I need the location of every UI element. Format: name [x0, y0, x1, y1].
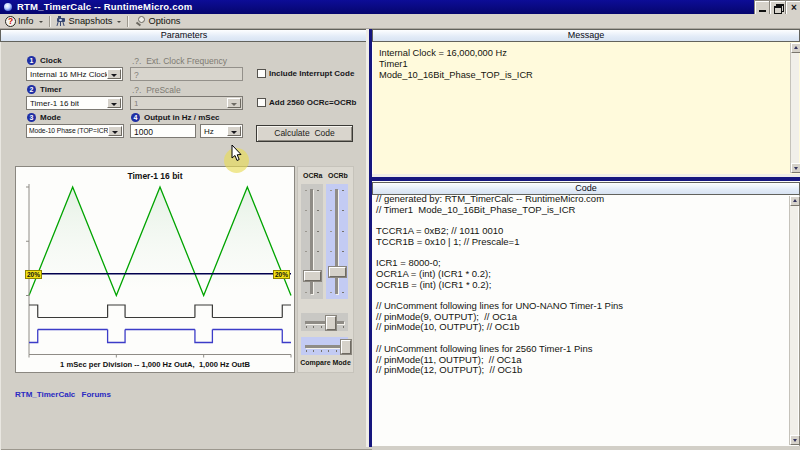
slider-ticks — [306, 350, 344, 352]
info-dropdown-icon — [39, 21, 43, 23]
ocra-slider[interactable] — [301, 184, 323, 299]
message-scrollbar[interactable] — [790, 43, 799, 173]
horizontal-splitter-edge — [372, 181, 800, 182]
code-panel: // generated by: RTM_TimerCalc -- Runtim… — [372, 195, 799, 446]
step3-badge: 3 — [27, 113, 36, 122]
menu-separator — [127, 16, 129, 27]
message-panel: Internal Clock = 16,000,000 Hz Timer1 Mo… — [372, 42, 800, 174]
compare-mode-label: Compare Mode — [298, 359, 353, 366]
menu-options[interactable]: Options — [131, 14, 184, 29]
compare-a-slider-thumb[interactable] — [326, 316, 336, 330]
arrow-down-icon — [794, 167, 798, 170]
prescale-label: .?. PreScale — [132, 85, 181, 95]
app-link[interactable]: RTM_TimerCalc — [15, 390, 75, 399]
ocrb-slider-thumb[interactable] — [329, 267, 346, 277]
app-window: RTM_TimerCalc -- RuntimeMicro.com × ? In… — [0, 0, 800, 450]
include-interrupt-label: Include Interrupt Code — [269, 69, 354, 78]
scroll-down-button[interactable] — [790, 435, 800, 445]
close-button[interactable]: × — [786, 1, 800, 15]
output-label: Output in Hz / mSec — [144, 113, 220, 122]
add-2560-label: Add 2560 OCRc=OCRb — [269, 98, 356, 107]
menu-info[interactable]: ? Info — [1, 14, 47, 29]
step1-badge: 1 — [27, 56, 36, 65]
message-header: Message — [372, 29, 800, 42]
window-title: RTM_TimerCalc -- RuntimeMicro.com — [17, 1, 192, 12]
forums-link[interactable]: Forums — [82, 390, 111, 399]
ocra-label: OCRa — [303, 172, 322, 179]
minimize-icon — [759, 10, 766, 12]
timer-label: Timer — [40, 85, 62, 94]
timer-select[interactable]: Timer-1 16 bit — [26, 96, 123, 110]
include-interrupt-checkbox[interactable] — [257, 69, 266, 78]
title-bar: RTM_TimerCalc -- RuntimeMicro.com × — [0, 0, 800, 14]
close-icon: × — [787, 2, 800, 14]
ocr-badge-right: 20% — [273, 270, 290, 279]
ext-freq-input: ? — [130, 67, 243, 81]
slider-ticks — [306, 326, 344, 328]
code-scrollbar[interactable] — [789, 196, 798, 445]
menu-snapshots[interactable]: Snapshots — [53, 14, 126, 29]
waveform-plot — [16, 167, 294, 372]
magnifier-icon — [135, 16, 146, 27]
clock-label: Clock — [40, 56, 62, 65]
step2-badge: 2 — [27, 85, 36, 94]
ocr-badge-left: 20% — [25, 270, 42, 279]
arrow-up-icon — [793, 199, 797, 202]
output-unit-select[interactable]: Hz — [200, 124, 243, 138]
arrow-down-icon — [793, 439, 797, 442]
parameters-header: Parameters — [0, 29, 368, 42]
menu-bar: ? Info Snapshots Options — [0, 14, 800, 29]
mode-select[interactable]: Mode-10 Phase (TOP=ICR) — [26, 124, 124, 138]
dropdown-arrow-icon[interactable] — [107, 98, 121, 108]
ext-freq-label: .?. Ext. Clock Frequency — [132, 56, 227, 66]
slider-ticks — [342, 190, 344, 293]
compare-b-slider[interactable] — [301, 337, 348, 355]
clock-select[interactable]: Internal 16 MHz Clock — [26, 67, 123, 81]
scroll-up-button[interactable] — [790, 196, 800, 206]
dropdown-arrow-icon — [227, 98, 241, 108]
help-icon: ? — [5, 16, 16, 27]
dropdown-arrow-icon[interactable] — [108, 126, 122, 136]
compare-a-slider[interactable] — [301, 313, 348, 331]
scroll-down-button[interactable] — [791, 163, 800, 173]
waveform-chart: Timer-1 16 bit 20% 20% 1 mSec per Divisi… — [15, 166, 295, 373]
output-value-input[interactable]: 1000 — [130, 124, 196, 138]
mouse-cursor — [231, 145, 242, 162]
footer-links: RTM_TimerCalc Forums — [15, 390, 115, 399]
snapshots-dropdown-icon — [117, 21, 121, 23]
mode-label: Mode — [40, 113, 61, 122]
chart-caption: 1 mSec per Division -- 1,000 Hz OutA, 1,… — [16, 360, 294, 369]
app-icon — [4, 3, 12, 11]
ocra-slider-thumb[interactable] — [304, 271, 321, 281]
compare-b-slider-thumb[interactable] — [341, 340, 351, 354]
ocrb-slider[interactable] — [326, 184, 348, 299]
bottom-frame — [372, 446, 800, 450]
maximize-button[interactable] — [770, 1, 786, 15]
arrow-up-icon — [794, 46, 798, 49]
step4-badge: 4 — [131, 113, 140, 122]
minimize-button[interactable] — [755, 1, 771, 15]
ocrb-label: OCRb — [328, 172, 348, 179]
message-text: Internal Clock = 16,000,000 Hz Timer1 Mo… — [379, 48, 533, 81]
slider-ticks — [330, 190, 332, 293]
menu-separator — [49, 16, 51, 27]
prescale-select: 1 — [130, 96, 243, 110]
code-text: // generated by: RTM_TimerCalc -- Runtim… — [376, 194, 623, 376]
sliders-panel: OCRa OCRb Compare Mode — [297, 166, 354, 373]
scroll-up-button[interactable] — [791, 43, 800, 53]
dropdown-arrow-icon[interactable] — [107, 69, 121, 79]
dropdown-arrow-icon[interactable] — [227, 126, 241, 136]
camera-icon — [56, 16, 67, 27]
add-2560-checkbox[interactable] — [257, 98, 266, 107]
calculate-code-button[interactable]: Calculate Code — [256, 125, 353, 142]
